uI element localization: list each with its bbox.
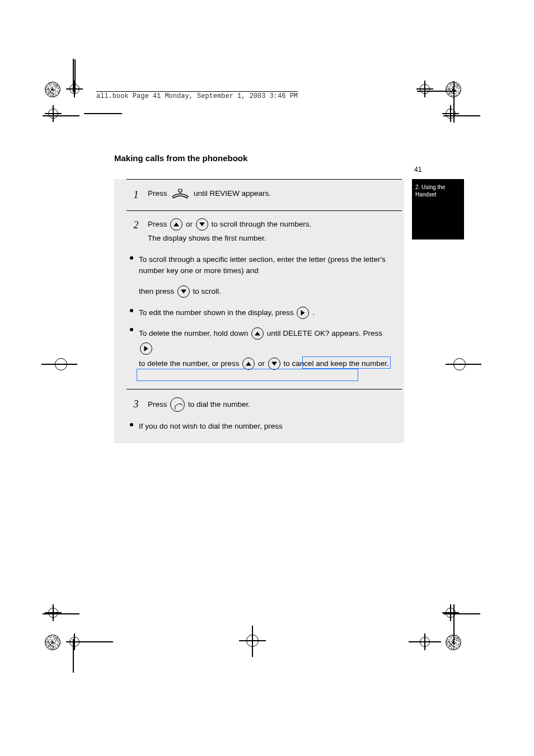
step2-bullet1b-before: then press [139,287,176,295]
arrow-up-icon [251,327,264,340]
talk-icon [170,397,185,412]
step3-bullet: If you do not wish to dial the number, p… [130,421,394,432]
step3-bullet-text: If you do not wish to dial the number, p… [139,421,394,432]
step2-lead-after: to scroll through the numbers. [212,220,312,228]
crop-h-line-tl [43,115,79,116]
crop-h-line-br [443,613,480,614]
step-3-body: Press to dial the number. [148,397,394,412]
step2-bullet1-text: To scroll through a specific letter sect… [139,255,386,275]
link-highlight[interactable] [302,356,391,369]
crop-line-mr [446,364,481,365]
crop-v-line-br [425,639,427,673]
svg-rect-0 [179,189,182,192]
instruction-panel: 1 Press until REVIEW appears. 2 Press or… [114,179,404,443]
divider [127,210,402,211]
arrow-right-icon [297,307,309,319]
crop-v-line-bl [73,639,74,673]
step2-bullet3a-mid: until DELETE OK? appears. Press [267,329,382,337]
tab-line1: 2. Using the [415,184,461,191]
step2-bullet2-before: To edit the number shown in the display,… [139,308,296,317]
step1-text-before: Press [148,189,169,198]
step3-text-after: to dial the number. [188,400,250,408]
bullet-icon [130,423,133,426]
step2-bullet-1: To scroll through a specific letter sect… [130,254,394,276]
bullet-icon [130,256,133,260]
divider [127,179,402,180]
step2-bullet1b-after: to scroll. [193,287,221,295]
section-heading: Making calls from the phonebook [114,153,394,163]
crop-h-line-bl2 [81,641,113,642]
chapter-tab: 2. Using the Handset [412,179,464,240]
step-number-1: 1 [129,189,143,201]
crop-line-ml [41,364,77,365]
step-number-3: 3 [129,398,143,410]
tab-line2: Handset [415,191,461,198]
arrow-down-icon [177,285,190,298]
crop-v-line-tr [425,59,427,92]
step-number-2: 2 [129,219,143,231]
bullet-icon [130,309,133,312]
step3-text-before: Press [148,400,169,408]
crop-v-line-tr2 [453,81,455,123]
phonebook-icon [171,188,190,199]
step2-bullet-1-cont: then press to scroll. [139,285,394,298]
arrow-down-icon [196,218,208,231]
crop-h-line-br2 [409,641,441,642]
step2-bullet-2: To edit the number shown in the display,… [130,307,394,319]
step2-bullet3b-mid: or press [212,359,242,368]
page-header: all.book Page 41 Monday, September 1, 20… [96,91,298,100]
divider [127,389,402,389]
link-highlight[interactable] [137,369,358,381]
step2-display-note: The display shows the first number. [148,233,394,244]
step2-bullet3b-before: to delete the number, [139,359,210,368]
page-number: 41 [414,166,421,173]
crop-h-line-bl [43,613,79,614]
arrow-right-icon [140,342,152,355]
step-1-body: Press until REVIEW appears. [148,188,394,199]
crop-h-line-tr [443,115,480,116]
crop-v-line-bc [252,626,253,657]
step2-lead-mid: or [186,220,195,228]
step2-bullet2-after: . [312,308,315,317]
step1-text-after: until REVIEW appears. [194,189,271,198]
crop-v-line-br2 [453,604,455,645]
step2-bullet3b-or: or [258,359,267,368]
step2-bullet3a-before: To delete the number, hold down [139,329,250,337]
arrow-up-icon [170,218,182,231]
step-2-body: Press or to scroll through the numbers. … [148,218,394,244]
bullet-icon [130,328,133,331]
crop-h-line-tr2 [417,91,456,92]
crop-v-line-tl [73,59,74,92]
step2-lead-before: Press [148,220,169,228]
